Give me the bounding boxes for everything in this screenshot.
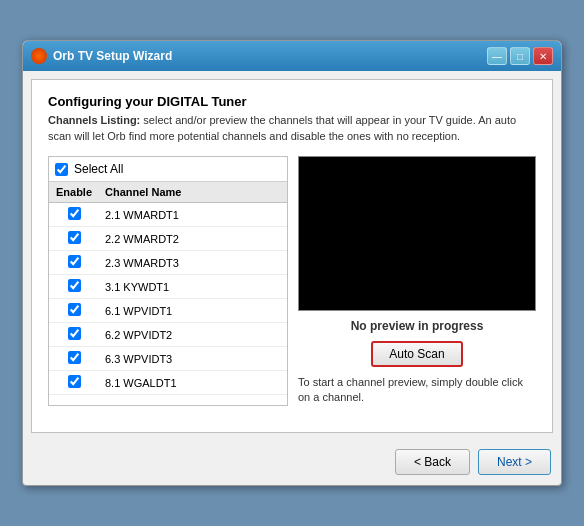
main-area: Select All Enable Channel Name 2.1 WMARD…: [48, 156, 536, 406]
channel-enable-checkbox[interactable]: [68, 255, 81, 268]
select-all-label[interactable]: Select All: [74, 162, 123, 176]
channel-checkbox-cell: [49, 347, 99, 371]
channel-table: Enable Channel Name 2.1 WMARDT12.2 WMARD…: [49, 182, 287, 395]
select-all-checkbox[interactable]: [55, 163, 68, 176]
window-title: Orb TV Setup Wizard: [53, 49, 172, 63]
title-bar: Orb TV Setup Wizard — □ ✕: [23, 41, 561, 71]
auto-scan-button[interactable]: Auto Scan: [371, 341, 462, 367]
channel-enable-checkbox[interactable]: [68, 207, 81, 220]
col-header-channel-name: Channel Name: [99, 182, 287, 203]
table-row[interactable]: 6.3 WPVIDT3: [49, 347, 287, 371]
title-bar-left: Orb TV Setup Wizard: [31, 48, 172, 64]
content-area: Configuring your DIGITAL Tuner Channels …: [31, 79, 553, 433]
channel-checkbox-cell: [49, 371, 99, 395]
page-heading: Configuring your DIGITAL Tuner: [48, 94, 536, 109]
channel-name-cell: 6.1 WPVIDT1: [99, 299, 287, 323]
col-header-enable: Enable: [49, 182, 99, 203]
preview-panel: No preview in progress Auto Scan To star…: [298, 156, 536, 406]
channel-enable-checkbox[interactable]: [68, 279, 81, 292]
table-row[interactable]: 6.2 WPVIDT2: [49, 323, 287, 347]
channel-name-cell: 2.2 WMARDT2: [99, 227, 287, 251]
channel-list-panel: Select All Enable Channel Name 2.1 WMARD…: [48, 156, 288, 406]
channel-checkbox-cell: [49, 251, 99, 275]
channel-name-cell: 2.3 WMARDT3: [99, 251, 287, 275]
no-preview-text: No preview in progress: [298, 319, 536, 333]
channel-name-cell: 3.1 KYWDT1: [99, 275, 287, 299]
channel-checkbox-cell: [49, 323, 99, 347]
next-button[interactable]: Next >: [478, 449, 551, 475]
channel-checkbox-cell: [49, 203, 99, 227]
channel-checkbox-cell: [49, 227, 99, 251]
app-icon: [31, 48, 47, 64]
table-row[interactable]: 6.1 WPVIDT1: [49, 299, 287, 323]
channel-enable-checkbox[interactable]: [68, 375, 81, 388]
close-button[interactable]: ✕: [533, 47, 553, 65]
channel-table-scroll[interactable]: Enable Channel Name 2.1 WMARDT12.2 WMARD…: [49, 182, 287, 395]
subheading-bold: Channels Listing:: [48, 114, 140, 126]
channel-checkbox-cell: [49, 275, 99, 299]
channel-name-cell: 6.2 WPVIDT2: [99, 323, 287, 347]
minimize-button[interactable]: —: [487, 47, 507, 65]
preview-hint: To start a channel preview, simply doubl…: [298, 375, 536, 406]
title-bar-buttons: — □ ✕: [487, 47, 553, 65]
channel-name-cell: 8.1 WGALDT1: [99, 371, 287, 395]
channel-name-cell: 2.1 WMARDT1: [99, 203, 287, 227]
table-row[interactable]: 8.1 WGALDT1: [49, 371, 287, 395]
table-row[interactable]: 2.3 WMARDT3: [49, 251, 287, 275]
footer-buttons: < Back Next >: [23, 441, 561, 485]
channel-enable-checkbox[interactable]: [68, 303, 81, 316]
back-button[interactable]: < Back: [395, 449, 470, 475]
maximize-button[interactable]: □: [510, 47, 530, 65]
main-window: Orb TV Setup Wizard — □ ✕ Configuring yo…: [22, 40, 562, 486]
channel-enable-checkbox[interactable]: [68, 231, 81, 244]
table-row[interactable]: 2.2 WMARDT2: [49, 227, 287, 251]
table-row[interactable]: 3.1 KYWDT1: [49, 275, 287, 299]
channel-checkbox-cell: [49, 299, 99, 323]
channel-name-cell: 6.3 WPVIDT3: [99, 347, 287, 371]
page-subheading: Channels Listing: select and/or preview …: [48, 113, 536, 144]
select-all-row: Select All: [49, 157, 287, 182]
preview-video-box: [298, 156, 536, 311]
table-row[interactable]: 2.1 WMARDT1: [49, 203, 287, 227]
channel-enable-checkbox[interactable]: [68, 327, 81, 340]
channel-enable-checkbox[interactable]: [68, 351, 81, 364]
